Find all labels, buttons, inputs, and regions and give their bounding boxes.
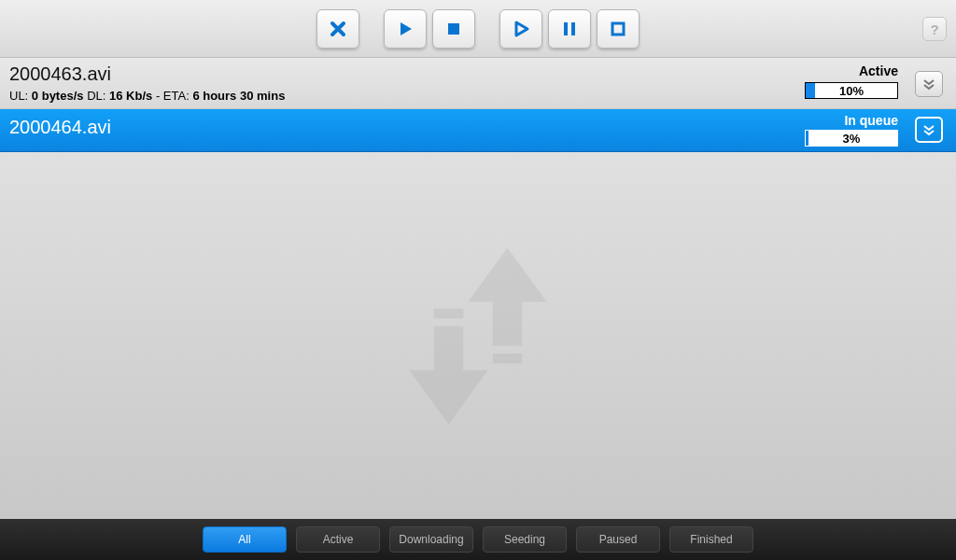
x-icon (329, 20, 347, 38)
filter-downloading[interactable]: Downloading (389, 526, 473, 553)
filter-active[interactable]: Active (296, 526, 380, 553)
torrent-row[interactable]: 2000463.avi UL: 0 bytes/s DL: 16 Kb/s - … (0, 58, 956, 109)
filter-paused[interactable]: Paused (576, 526, 660, 553)
toolbar: ? (0, 0, 956, 58)
start-all-button[interactable] (499, 9, 542, 49)
pause-icon (561, 21, 578, 37)
filter-finished[interactable]: Finished (669, 526, 753, 553)
torrent-list: 2000463.avi UL: 0 bytes/s DL: 16 Kb/s - … (0, 58, 956, 152)
expand-button[interactable] (915, 117, 943, 143)
stop-button[interactable] (432, 9, 475, 49)
svg-rect-3 (612, 23, 624, 35)
chevron-double-down-icon (921, 77, 936, 91)
svg-rect-5 (434, 308, 464, 318)
svg-rect-1 (564, 22, 568, 35)
svg-rect-4 (493, 353, 523, 363)
stop-all-button[interactable] (597, 9, 640, 49)
torrent-status: In queue (844, 113, 898, 128)
remove-button[interactable] (316, 9, 359, 49)
torrent-progress: 10% (805, 82, 898, 99)
stop-outline-icon (610, 21, 626, 37)
filter-all[interactable]: All (203, 526, 287, 553)
svg-rect-0 (448, 23, 459, 35)
svg-rect-2 (571, 22, 575, 35)
start-button[interactable] (384, 9, 427, 49)
transfer-icon (380, 238, 576, 434)
filter-seeding[interactable]: Seeding (483, 526, 567, 553)
content-background (0, 152, 956, 519)
torrent-row[interactable]: 2000464.avi In queue 3% (0, 109, 956, 152)
stop-icon (445, 21, 462, 37)
pause-all-button[interactable] (548, 9, 591, 49)
help-button[interactable]: ? (922, 17, 947, 41)
torrent-progress: 3% (805, 130, 898, 147)
torrent-status: Active (859, 63, 898, 78)
expand-button[interactable] (915, 71, 943, 97)
play-icon (396, 20, 415, 38)
filter-bar: All Active Downloading Seeding Paused Fi… (0, 519, 956, 560)
chevron-double-down-icon (921, 122, 936, 137)
play-outline-icon (512, 20, 530, 38)
